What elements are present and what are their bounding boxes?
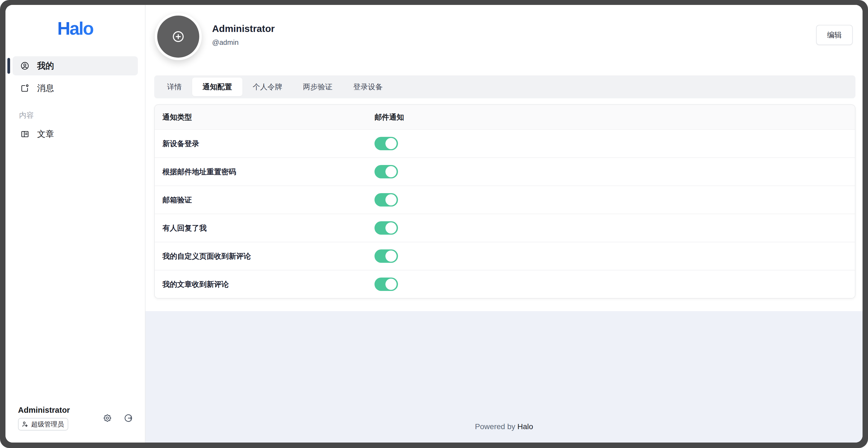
table-row: 有人回复了我 (155, 214, 855, 242)
sidebar-item-posts[interactable]: 文章 (12, 125, 138, 144)
email-toggle[interactable] (374, 221, 398, 235)
notification-type-label: 邮箱验证 (155, 195, 374, 205)
email-toggle[interactable] (374, 137, 398, 150)
email-toggle[interactable] (374, 193, 398, 207)
user-cog-icon (21, 421, 28, 428)
desktop: Halo 我的 消息 内容 (0, 0, 868, 448)
article-icon (20, 129, 29, 139)
sidebar-item-label: 文章 (37, 128, 54, 140)
table-row: 新设备登录 (155, 129, 855, 157)
logout-icon[interactable] (124, 414, 133, 423)
notification-type-label: 我的自定义页面收到新评论 (155, 251, 374, 261)
role-badge-label: 超级管理员 (31, 420, 64, 428)
sidebar-nav: 我的 消息 (5, 56, 145, 98)
email-toggle[interactable] (374, 249, 398, 263)
email-toggle[interactable] (374, 277, 398, 291)
column-header-email: 邮件通知 (374, 112, 855, 122)
column-header-type: 通知类型 (155, 112, 374, 122)
content-spacer (146, 311, 863, 415)
profile-content: Administrator @admin 编辑 详情 通知配置 个人令牌 两步验… (146, 5, 863, 311)
app-window: Halo 我的 消息 内容 (5, 5, 863, 443)
table-row: 根据邮件地址重置密码 (155, 157, 855, 185)
sidebar-item-label: 消息 (37, 83, 54, 94)
tab-notification-settings[interactable]: 通知配置 (192, 78, 242, 96)
plus-circle-icon (172, 30, 185, 43)
sidebar-user-actions (103, 414, 133, 423)
sidebar-item-profile[interactable]: 我的 (12, 56, 138, 76)
sidebar-content-nav: 文章 (5, 125, 145, 144)
tab-personal-tokens[interactable]: 个人令牌 (242, 78, 292, 96)
powered-by-text: Powered by (475, 422, 518, 431)
notification-type-label: 我的文章收到新评论 (155, 279, 374, 289)
notification-type-label: 根据邮件地址重置密码 (155, 167, 374, 177)
username: @admin (212, 38, 275, 47)
footer-brand-link[interactable]: Halo (518, 422, 533, 431)
tab-details[interactable]: 详情 (157, 78, 192, 96)
sidebar-user-info: Administrator 超级管理员 (18, 406, 70, 430)
sidebar: Halo 我的 消息 内容 (5, 5, 146, 443)
page-title: Administrator (212, 23, 275, 34)
notification-type-label: 新设备登录 (155, 139, 374, 149)
email-toggle[interactable] (374, 165, 398, 178)
avatar[interactable] (155, 13, 202, 60)
sidebar-user-name: Administrator (18, 406, 70, 415)
sidebar-item-messages[interactable]: 消息 (12, 79, 138, 98)
tab-two-factor[interactable]: 两步验证 (292, 78, 343, 96)
halo-logo[interactable]: Halo (5, 18, 145, 39)
sidebar-section-content: 内容 (19, 110, 145, 120)
sidebar-user-panel: Administrator 超级管理员 (5, 406, 145, 443)
notification-icon (20, 84, 29, 93)
table-header-row: 通知类型 邮件通知 (155, 105, 855, 129)
tab-login-devices[interactable]: 登录设备 (343, 78, 393, 96)
role-badge: 超级管理员 (18, 418, 68, 430)
edit-button[interactable]: 编辑 (816, 25, 853, 45)
settings-gear-icon[interactable] (103, 414, 112, 423)
profile-header: Administrator @admin 编辑 (154, 10, 856, 60)
table-row: 我的自定义页面收到新评论 (155, 242, 855, 270)
profile-meta: Administrator @admin (212, 23, 275, 47)
table-row: 邮箱验证 (155, 185, 855, 214)
user-circle-icon (20, 61, 29, 70)
notification-table: 通知类型 邮件通知 新设备登录 根据邮件地址重置密码 邮箱验证 (154, 104, 856, 299)
sidebar-item-label: 我的 (37, 60, 54, 71)
tab-bar: 详情 通知配置 个人令牌 两步验证 登录设备 (154, 76, 856, 98)
table-row: 我的文章收到新评论 (155, 270, 855, 298)
footer: Powered by Halo (146, 415, 863, 443)
notification-type-label: 有人回复了我 (155, 223, 374, 233)
main-area: Administrator @admin 编辑 详情 通知配置 个人令牌 两步验… (146, 5, 863, 443)
